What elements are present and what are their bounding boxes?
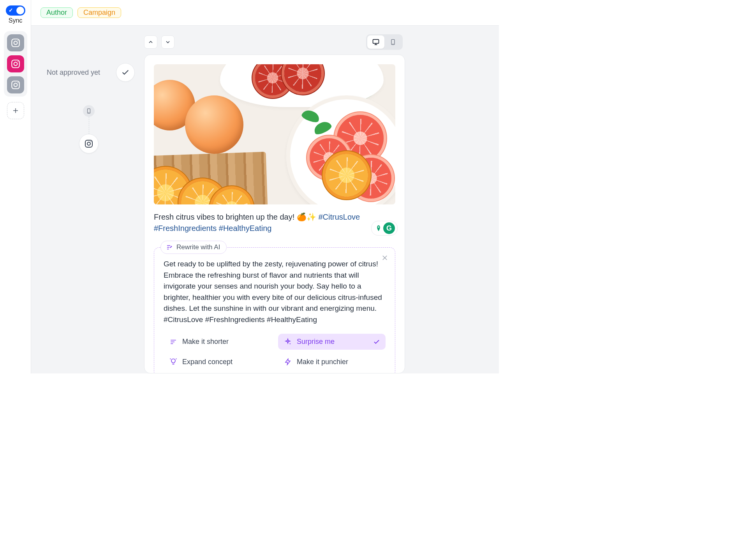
ai-action-punchier[interactable]: Make it punchier	[278, 354, 386, 370]
svg-point-21	[378, 226, 379, 227]
account-instagram-3[interactable]	[7, 76, 24, 93]
close-icon	[381, 254, 388, 261]
approve-button[interactable]	[116, 63, 135, 82]
ai-action-surprise[interactable]: Surprise me	[278, 334, 386, 350]
grammarly-tone-icon	[375, 224, 382, 233]
svg-rect-3	[12, 60, 19, 68]
svg-rect-16	[373, 39, 379, 43]
instagram-icon	[11, 80, 21, 90]
plus-icon	[12, 107, 19, 114]
ai-rewrite-panel: Rewrite with AI Get ready to be uplifted…	[154, 247, 395, 373]
channel-chain	[47, 105, 131, 153]
account-list	[4, 31, 27, 97]
hashtag[interactable]: #CitrusLove	[318, 213, 360, 221]
tag-campaign[interactable]: Campaign	[78, 7, 121, 18]
svg-point-14	[87, 142, 90, 145]
svg-point-15	[91, 141, 92, 142]
ai-action-label: Surprise me	[297, 338, 335, 346]
grammarly-icon: G	[383, 222, 395, 234]
ai-close-button[interactable]	[380, 253, 389, 262]
add-account-button[interactable]	[7, 102, 24, 119]
sync-switch[interactable]: ✓	[6, 5, 25, 16]
svg-point-5	[17, 61, 18, 62]
next-post-button[interactable]	[161, 35, 174, 49]
rewrite-icon	[166, 244, 173, 251]
ai-rewrite-pill[interactable]: Rewrite with AI	[160, 241, 227, 254]
approval-status: Not approved yet	[47, 69, 111, 77]
svg-point-8	[17, 82, 18, 83]
ai-pill-label: Rewrite with AI	[176, 243, 220, 251]
ai-action-expand[interactable]: Expand concept	[164, 354, 271, 370]
preview-controls	[144, 34, 405, 50]
sync-label: Sync	[9, 17, 23, 24]
instagram-icon	[11, 59, 21, 69]
caption-text: Fresh citrus vibes to brighten up the da…	[154, 213, 297, 221]
channel-node-instagram[interactable]	[79, 134, 99, 153]
left-rail: ✓ Sync	[0, 0, 31, 373]
selected-check-icon	[373, 338, 380, 345]
check-icon	[121, 68, 130, 77]
check-icon: ✓	[9, 7, 13, 13]
ai-action-label: Expand concept	[182, 358, 233, 366]
center-column: Fresh citrus vibes to brighten up the da…	[144, 26, 405, 373]
chain-line	[89, 117, 89, 134]
svg-point-1	[14, 41, 17, 45]
prev-post-button[interactable]	[144, 35, 157, 49]
sparkle-icon	[284, 338, 292, 346]
instagram-icon	[11, 38, 21, 48]
account-instagram-1[interactable]	[7, 34, 24, 51]
idea-icon	[169, 357, 178, 366]
bolt-icon	[284, 358, 292, 366]
desktop-icon	[372, 38, 380, 46]
tag-author[interactable]: Author	[41, 7, 73, 18]
ai-action-shorter[interactable]: Make it shorter	[164, 334, 271, 350]
switch-knob	[16, 7, 24, 14]
svg-point-2	[17, 40, 18, 41]
account-instagram-2[interactable]	[7, 55, 24, 72]
main: Author Campaign Not approved yet	[31, 0, 499, 373]
svg-point-4	[14, 62, 17, 66]
svg-rect-13	[85, 140, 92, 147]
chevron-down-icon	[165, 39, 171, 45]
phone-icon	[390, 38, 396, 46]
ai-action-label: Make it shorter	[182, 338, 229, 346]
approval-row: Not approved yet	[47, 63, 135, 82]
post-media[interactable]	[154, 64, 395, 204]
svg-line-32	[176, 359, 177, 359]
chevron-up-icon	[148, 39, 154, 45]
device-preview-toggle	[366, 34, 403, 50]
topbar: Author Campaign	[31, 0, 499, 26]
svg-point-7	[14, 83, 17, 87]
ai-actions: Make it shorter Surprise me	[164, 334, 386, 370]
ai-suggestion-text: Get ready to be uplifted by the zesty, r…	[164, 259, 386, 325]
hashtag[interactable]: #HealthyEating	[219, 224, 272, 232]
phone-icon	[86, 107, 92, 114]
svg-rect-0	[12, 39, 19, 47]
post-card: Fresh citrus vibes to brighten up the da…	[144, 55, 405, 373]
sync-toggle: ✓ Sync	[6, 5, 25, 24]
device-node[interactable]	[83, 105, 95, 117]
svg-line-31	[170, 359, 171, 359]
svg-marker-33	[285, 359, 290, 365]
svg-rect-6	[12, 81, 19, 89]
grammarly-widget[interactable]: G	[371, 221, 398, 236]
side-column: Not approved yet	[31, 26, 144, 373]
hashtag[interactable]: #FreshIngredients	[154, 224, 217, 232]
shorten-icon	[169, 338, 178, 345]
post-nav	[144, 35, 174, 49]
instagram-icon	[84, 139, 93, 148]
post-caption[interactable]: Fresh citrus vibes to brighten up the da…	[154, 211, 395, 234]
ai-action-label: Make it punchier	[297, 358, 348, 366]
workspace: Not approved yet	[31, 26, 499, 373]
caption-emoji: 🍊✨	[297, 213, 319, 221]
desktop-preview-button[interactable]	[367, 35, 384, 49]
mobile-preview-button[interactable]	[384, 35, 402, 49]
